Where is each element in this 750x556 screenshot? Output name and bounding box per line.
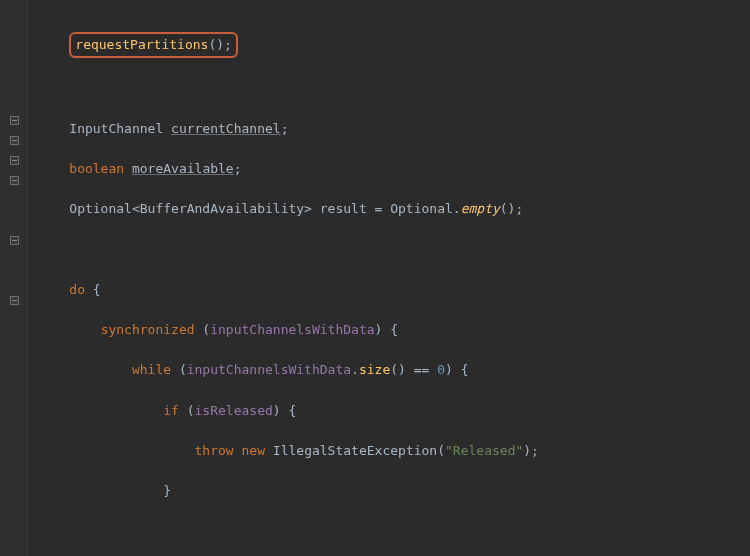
- code-line: InputChannel currentChannel;: [38, 119, 680, 139]
- code-line: requestPartitions();: [38, 32, 680, 58]
- fold-marker-icon[interactable]: [10, 296, 19, 305]
- code-area[interactable]: requestPartitions(); InputChannel curren…: [28, 0, 680, 556]
- code-line: [38, 522, 680, 542]
- fold-marker-icon[interactable]: [10, 116, 19, 125]
- gutter: [0, 0, 28, 556]
- code-line: if (isReleased) {: [38, 401, 680, 421]
- code-line: throw new IllegalStateException("Release…: [38, 441, 680, 461]
- code-line: [38, 240, 680, 260]
- code-line: }: [38, 481, 680, 501]
- code-line: do {: [38, 280, 680, 300]
- code-editor[interactable]: requestPartitions(); InputChannel curren…: [0, 0, 750, 556]
- code-line: while (inputChannelsWithData.size() == 0…: [38, 360, 680, 380]
- code-line: boolean moreAvailable;: [38, 159, 680, 179]
- fold-marker-icon[interactable]: [10, 156, 19, 165]
- fold-marker-icon[interactable]: [10, 136, 19, 145]
- highlight-box: requestPartitions();: [69, 32, 238, 58]
- code-line: [38, 78, 680, 98]
- fold-marker-icon[interactable]: [10, 176, 19, 185]
- code-line: Optional<BufferAndAvailability> result =…: [38, 199, 680, 219]
- code-line: synchronized (inputChannelsWithData) {: [38, 320, 680, 340]
- fold-marker-icon[interactable]: [10, 236, 19, 245]
